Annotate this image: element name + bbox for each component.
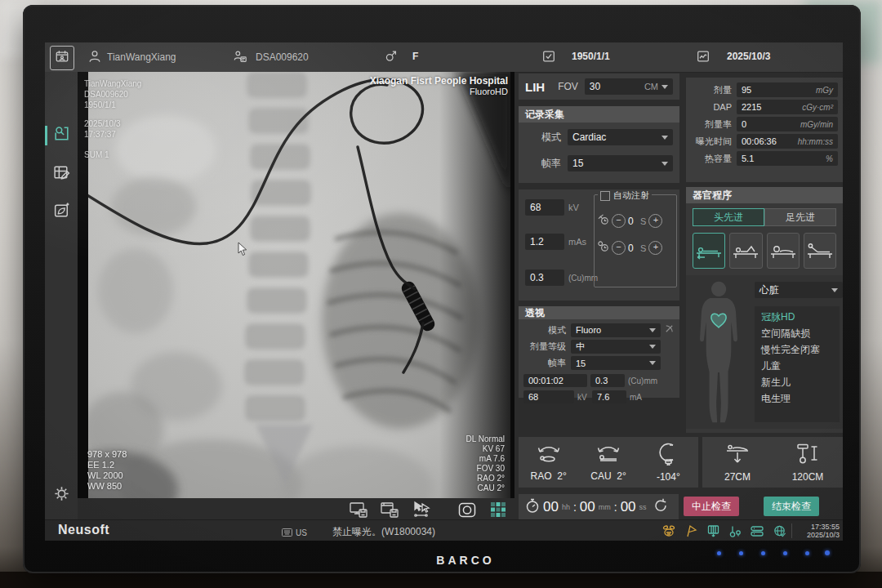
birth-date-icon <box>541 49 556 67</box>
status-bar: Neusoft US 禁止曝光。(W1800034) <box>45 519 843 541</box>
inject-unit-a: S <box>640 216 646 226</box>
position-supine-button[interactable] <box>693 233 725 269</box>
anatomy-selector: 心脏 冠脉HD 空间隔缺损 慢性完全闭塞 儿童 新生儿 电生理 <box>686 275 843 429</box>
stopwatch-icon[interactable] <box>525 497 540 517</box>
monitor-button-led <box>739 551 743 555</box>
fluoroscopy-xray-image <box>88 72 510 498</box>
worklist-button[interactable] <box>50 46 74 70</box>
organ-region-select[interactable]: 心脏 <box>755 282 843 298</box>
position-reclined-button[interactable] <box>804 233 836 269</box>
mas-unit: mAs <box>568 237 586 247</box>
inject-plus-button[interactable]: + <box>648 214 662 228</box>
exposure-active-icon[interactable] <box>661 523 677 538</box>
heat-capacity-value: 5.1% <box>737 151 838 166</box>
auto-inject-checkbox[interactable] <box>600 191 610 201</box>
image-overlay-technique: DL Normal KV 67 mA 7.6 FOV 30 RAO 2° CAU… <box>466 434 505 493</box>
patient-name: TianWangXiang <box>107 51 176 63</box>
inject-minus-button[interactable]: − <box>612 214 626 228</box>
fov-row: LIH FOV 30 CM <box>519 74 679 100</box>
settings-button[interactable] <box>52 484 71 506</box>
kv-unit: kV <box>568 203 579 212</box>
kv-field[interactable]: 68 <box>525 199 564 216</box>
photo-scene: TianWangXiang DSA009620 F 1950/1/1 2025/… <box>0 0 882 588</box>
gender-icon <box>384 49 399 67</box>
tab-head-first[interactable]: 头先进 <box>693 208 764 226</box>
program-item[interactable]: 儿童 <box>758 358 840 374</box>
fluoro-kv-unit: kV <box>577 393 589 402</box>
dose-label: 剂量 <box>686 84 732 96</box>
tab-feet-first[interactable]: 足先进 <box>764 208 836 226</box>
chevron-down-icon <box>649 328 656 332</box>
image-process-button[interactable] <box>52 201 71 223</box>
fluoro-mode-label: 模式 <box>519 324 566 336</box>
chevron-down-icon <box>649 345 656 349</box>
cu-filter-field[interactable]: 0.3 <box>525 270 564 286</box>
fluoro-section: 透视 模式 Fluoro 剂量等级 中 <box>519 306 679 398</box>
fluoro-fps-select[interactable]: 15 <box>571 356 661 370</box>
exposure-time-value: 00:06:36hh:mm:ss <box>737 134 838 149</box>
left-toolbar: ? <box>45 72 78 519</box>
program-item[interactable]: 新生儿 <box>758 374 840 390</box>
lih-button[interactable]: LIH <box>525 80 545 94</box>
monitor-button-led <box>805 551 809 555</box>
image-overlay-hospital: Xiaogan Fisrt People Hospital FluoroHD <box>370 75 508 96</box>
timer-reset-icon[interactable] <box>653 497 668 517</box>
position-knees-bent-button[interactable] <box>729 233 762 269</box>
contrast-minus-button[interactable]: − <box>612 241 626 255</box>
patient-info-bar: TianWangXiang DSA009620 F 1950/1/1 2025/… <box>45 42 843 73</box>
timer-minutes: 00 <box>580 499 595 515</box>
monitor-power-led <box>825 550 830 555</box>
dap-label: DAP <box>686 102 732 112</box>
patient-schedule-icon <box>55 49 69 67</box>
fov-label: FOV <box>558 81 578 92</box>
patient-sex: F <box>412 51 418 62</box>
chevron-down-icon <box>662 136 668 140</box>
position-lateral-button[interactable] <box>767 233 800 269</box>
program-item[interactable]: 慢性完全闭塞 <box>758 341 840 358</box>
fluoro-mode-select[interactable]: Fluoro <box>571 323 661 337</box>
storage-icon[interactable] <box>749 523 765 538</box>
dose-value: 95mGy <box>737 82 838 97</box>
record-mode-select[interactable]: Cardiac <box>568 129 673 145</box>
fov-select[interactable]: 30 CM <box>585 78 673 95</box>
mas-field[interactable]: 1.2 <box>525 234 564 250</box>
procedure-timer: 00hh : 00mm : 00ss <box>519 494 679 520</box>
monitor-bezel: TianWangXiang DSA009620 F 1950/1/1 2025/… <box>23 5 861 573</box>
input-language[interactable]: US <box>282 525 307 540</box>
monitor-brand-logo: BARCO <box>400 554 531 567</box>
sid-icon <box>795 443 821 469</box>
network-icon[interactable] <box>771 523 787 538</box>
abort-exam-button[interactable]: 中止检查 <box>684 497 739 516</box>
fluoro-cu-field: 0.3 <box>590 374 625 387</box>
cau-rotation-icon <box>595 443 622 468</box>
dose-rate-label: 剂量率 <box>686 118 732 131</box>
contrast-plus-button[interactable]: + <box>648 241 662 255</box>
keyboard-icon <box>282 525 292 540</box>
fluoro-time-field: 00:01:02 <box>523 374 587 387</box>
temperature-icon[interactable] <box>727 523 743 538</box>
workstation-screen: TianWangXiang DSA009620 F 1950/1/1 2025/… <box>45 42 843 541</box>
system-tray <box>661 523 787 538</box>
exam-study-button[interactable] <box>52 124 71 146</box>
record-fps-select[interactable]: 15 <box>568 155 673 172</box>
dose-level-select[interactable]: 中 <box>571 340 661 354</box>
body-silhouette[interactable] <box>689 278 748 430</box>
acquisition-panel: LIH FOV 30 CM 记录采集 模式 Cardiac <box>519 74 679 361</box>
chevron-down-icon <box>662 162 668 166</box>
finish-exam-button[interactable]: 结束检查 <box>764 497 819 516</box>
person-icon <box>87 49 102 67</box>
program-item[interactable]: 冠脉HD <box>758 309 840 325</box>
program-item[interactable]: 空间隔缺损 <box>758 325 840 341</box>
collimator-icon[interactable] <box>705 523 721 538</box>
program-item[interactable]: 电生理 <box>758 390 840 407</box>
inject-delay-a-value[interactable]: 0 <box>628 216 638 227</box>
fluoro-cu-unit: (Cu)mm <box>628 376 657 385</box>
gantry-status-right: 27CM 120CM <box>702 437 843 488</box>
record-section: 记录采集 模式 Cardiac 帧率 15 <box>519 106 679 183</box>
inject-delay-b-value[interactable]: 0 <box>628 243 638 254</box>
flag-indicator-icon[interactable] <box>683 523 699 538</box>
worklist-edit-button[interactable] <box>52 163 71 185</box>
exposure-time-label: 曝光时间 <box>686 136 732 148</box>
injector-delay-icon <box>597 213 609 229</box>
system-clock: 17:35:55 2025/10/3 <box>807 523 840 539</box>
